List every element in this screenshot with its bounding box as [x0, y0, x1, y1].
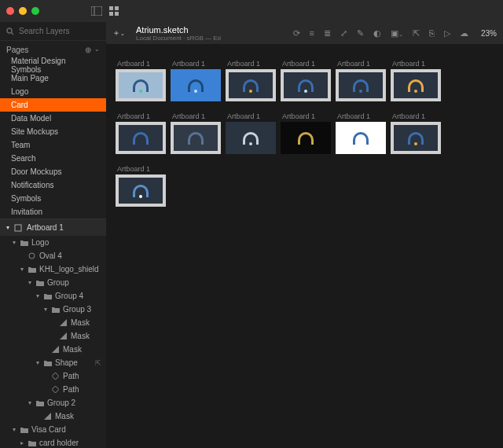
artboard-10[interactable]: Artboard 1	[336, 112, 386, 154]
add-page-icon[interactable]: ⊕	[85, 46, 91, 54]
layer-row[interactable]: ▾Logo	[0, 236, 106, 249]
layer-name: Group 3	[63, 305, 91, 314]
folder-icon	[20, 240, 28, 246]
artboard-header[interactable]: ▾ Artboard 1	[0, 218, 106, 236]
chevron-icon: ▾	[19, 266, 25, 273]
layer-row[interactable]: Mask	[0, 409, 106, 423]
page-item-0[interactable]: Material Design Symbols	[0, 58, 106, 72]
artboard-label: Artboard 1	[281, 112, 331, 120]
artboard-label: Artboard 1	[391, 112, 441, 120]
align-center-icon[interactable]: ≣	[324, 28, 331, 39]
artboard-8[interactable]: Artboard 1	[226, 112, 276, 154]
layer-row[interactable]: Path	[0, 369, 106, 383]
layer-name: Visa Card	[31, 425, 66, 434]
sidebar-toggle-icon[interactable]	[91, 6, 102, 17]
artboard-thumbnail	[336, 69, 386, 101]
toolbar: ＋⌄ Atrium.sketch Local Document · sRGB —…	[106, 22, 503, 44]
arch-icon	[408, 79, 424, 92]
page-item-6[interactable]: Team	[0, 138, 106, 152]
layer-row[interactable]: Mask	[0, 343, 106, 356]
page-item-5[interactable]: Site Mockups	[0, 125, 106, 138]
layer-row[interactable]: ▾Group 4	[0, 289, 106, 303]
page-item-11[interactable]: Invitation	[0, 205, 106, 218]
svg-rect-3	[115, 6, 119, 10]
arch-icon	[353, 132, 369, 145]
canvas[interactable]: Artboard 1Artboard 1Artboard 1Artboard 1…	[106, 44, 503, 448]
page-item-1[interactable]: Main Page	[0, 72, 106, 85]
share-icon[interactable]: ⇱	[95, 359, 101, 367]
chevron-icon: ▾	[42, 306, 49, 313]
arch-icon	[353, 79, 369, 92]
page-item-4[interactable]: Data Model	[0, 112, 106, 125]
layer-name: Path	[63, 372, 79, 380]
search-bar[interactable]	[0, 22, 106, 41]
arch-icon	[298, 132, 314, 145]
artboard-4[interactable]: Artboard 1	[336, 60, 386, 101]
layer-row[interactable]: ▸card holder	[0, 436, 106, 448]
arch-icon	[133, 185, 149, 197]
artboard-label: Artboard 1	[336, 112, 386, 120]
artboard-7[interactable]: Artboard 1	[171, 112, 221, 154]
artboard-1[interactable]: Artboard 1	[171, 60, 221, 101]
layer-row[interactable]: Mask	[0, 316, 106, 329]
page-item-9[interactable]: Notifications	[0, 178, 106, 192]
layer-row[interactable]: ▾Visa Card	[0, 423, 106, 436]
layer-name: card holder	[39, 439, 79, 447]
artboard-thumbnail	[116, 69, 166, 101]
layer-row[interactable]: Mask	[0, 329, 106, 343]
page-item-8[interactable]: Door Mockups	[0, 165, 106, 178]
page-item-10[interactable]: Symbols	[0, 192, 106, 205]
artboard-9[interactable]: Artboard 1	[281, 112, 331, 154]
grid-view-icon[interactable]	[108, 6, 119, 17]
artboard-5[interactable]: Artboard 1	[391, 60, 441, 101]
union-icon[interactable]: ▣⌄	[391, 28, 403, 39]
chevron-icon: ▾	[35, 292, 41, 299]
page-item-3[interactable]: Card	[0, 98, 106, 112]
layer-name: Mask	[71, 332, 90, 340]
artboard-0[interactable]: Artboard 1	[116, 60, 166, 101]
artboard-thumbnail	[116, 122, 166, 154]
cloud-icon[interactable]: ☁	[460, 28, 468, 39]
scale-icon[interactable]: ⤢	[340, 28, 347, 39]
zoom-level[interactable]: 23%	[481, 29, 497, 38]
page-item-7[interactable]: Search	[0, 152, 106, 165]
folder-icon	[44, 360, 52, 366]
collapse-pages-icon[interactable]: ⌄	[94, 46, 100, 54]
layer-row[interactable]: Path	[0, 383, 106, 396]
layer-name: Shape	[55, 358, 78, 367]
insert-icon[interactable]: ＋⌄	[112, 28, 125, 39]
artboard-12[interactable]: Artboard 1	[116, 165, 166, 207]
path-icon	[52, 386, 60, 393]
folder-icon	[36, 400, 44, 406]
search-input[interactable]	[19, 27, 106, 35]
artboard-6[interactable]: Artboard 1	[116, 112, 166, 154]
align-left-icon[interactable]: ≡	[310, 28, 314, 38]
layer-row[interactable]: ▾Group 3	[0, 303, 106, 316]
layer-row[interactable]: ▾KHL_logo_shield	[0, 263, 106, 276]
preview-icon[interactable]: ▷	[444, 28, 450, 39]
artboard-thumbnail	[226, 69, 276, 101]
layer-row[interactable]: Oval 4	[0, 249, 106, 263]
arch-icon	[133, 132, 149, 145]
layer-row[interactable]: ▾Group 2	[0, 396, 106, 409]
close-window[interactable]	[6, 7, 14, 15]
artboard-2[interactable]: Artboard 1	[226, 60, 276, 101]
edit-icon[interactable]: ✎	[357, 28, 364, 39]
page-item-2[interactable]: Logo	[0, 85, 106, 98]
link-icon[interactable]: ⎘	[429, 28, 435, 38]
mask-icon[interactable]: ◐	[373, 28, 381, 39]
rotate-icon[interactable]: ⟳	[293, 28, 300, 39]
artboard-3[interactable]: Artboard 1	[281, 60, 331, 101]
artboard-thumbnail	[171, 122, 221, 154]
layer-name: Mask	[71, 318, 90, 327]
maximize-window[interactable]	[31, 7, 39, 15]
forward-icon[interactable]: ⇱	[413, 28, 420, 39]
minimize-window[interactable]	[19, 7, 27, 15]
layer-row[interactable]: ▾Shape⇱	[0, 356, 106, 369]
chevron-icon: ▾	[11, 426, 17, 433]
chevron-down-icon: ▾	[6, 224, 9, 231]
artboard-11[interactable]: Artboard 1	[391, 112, 441, 154]
layer-row[interactable]: ▾Group	[0, 276, 106, 289]
svg-point-9	[29, 253, 35, 259]
svg-line-7	[12, 32, 14, 35]
